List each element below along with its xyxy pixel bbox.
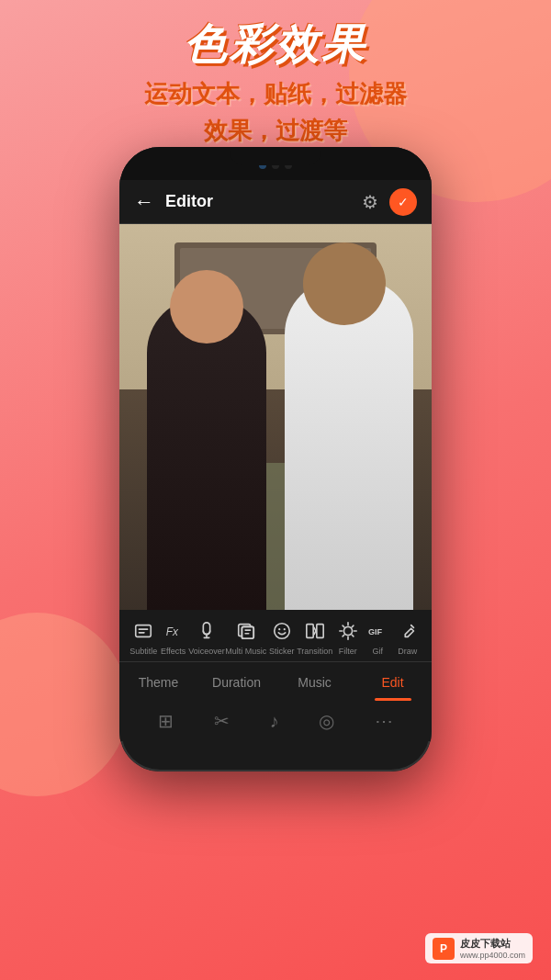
voiceover-label: Voiceover xyxy=(188,647,225,656)
watermark-site-name: 皮皮下载站 xyxy=(460,937,525,951)
phone-mockup: ← Editor ⚙ ✓ xyxy=(119,147,432,772)
nav-scissors-icon[interactable]: ✂ xyxy=(214,710,230,732)
subtitle-icon xyxy=(131,619,155,643)
svg-text:GIF: GIF xyxy=(368,627,383,636)
confirm-button[interactable]: ✓ xyxy=(389,188,417,216)
multimusic-icon xyxy=(234,619,258,643)
sticker-icon xyxy=(270,619,294,643)
nav-home-icon[interactable]: ⊞ xyxy=(158,710,174,732)
photo-area xyxy=(119,224,432,610)
sticker-label: Sticker xyxy=(269,647,295,656)
voiceover-icon xyxy=(195,619,219,643)
watermark-logo: P xyxy=(433,938,455,960)
tab-theme[interactable]: Theme xyxy=(119,671,197,693)
toolbar-item-draw[interactable]: Draw xyxy=(393,619,422,656)
svg-rect-14 xyxy=(307,625,313,638)
svg-line-20 xyxy=(410,625,413,628)
gif-label: Gif xyxy=(372,647,383,656)
main-title: 色彩效果 xyxy=(0,17,551,73)
svg-line-17 xyxy=(314,631,316,635)
toolbar-item-transition[interactable]: Transition xyxy=(297,619,332,656)
back-button[interactable]: ← xyxy=(134,190,154,214)
subtitle-line2: 效果，过渡等 xyxy=(0,114,551,147)
subtitle-label: Subtitle xyxy=(129,647,157,656)
svg-rect-7 xyxy=(242,626,253,638)
subtitle-line1: 运动文本，贴纸，过滤器 xyxy=(0,77,551,110)
toolbar-item-filter[interactable]: Filter xyxy=(333,619,363,656)
nav-more-icon[interactable]: ⋯ xyxy=(375,710,393,732)
person-right xyxy=(285,279,413,610)
toolbar-item-subtitle[interactable]: Subtitle xyxy=(129,619,158,656)
svg-text:Fx: Fx xyxy=(165,625,178,638)
nav-sticker-nav-icon[interactable]: ◎ xyxy=(319,710,334,732)
transition-icon xyxy=(303,619,327,643)
multimusic-label: Multi Music xyxy=(225,647,266,656)
watermark-url: www.pp4000.com xyxy=(460,951,525,960)
person-left xyxy=(147,298,266,610)
svg-point-13 xyxy=(283,628,285,630)
svg-point-12 xyxy=(278,628,280,630)
bg-blob-2 xyxy=(0,613,129,796)
settings-icon[interactable]: ⚙ xyxy=(362,191,378,213)
svg-rect-0 xyxy=(136,625,152,637)
toolbar-item-multimusic[interactable]: Multi Music xyxy=(225,619,266,656)
transition-label: Transition xyxy=(297,647,332,656)
toolbar-item-gif[interactable]: GIF Gif xyxy=(363,619,392,656)
watermark: P 皮皮下载站 www.pp4000.com xyxy=(425,933,533,963)
app-header: ← Editor ⚙ ✓ xyxy=(119,180,432,224)
editor-title: Editor xyxy=(165,192,351,211)
phone-notch xyxy=(230,147,321,165)
effects-icon: Fx xyxy=(162,619,186,643)
toolbar-icons-row: Subtitle Fx Effects xyxy=(125,619,426,656)
phone-frame: ← Editor ⚙ ✓ xyxy=(119,147,432,772)
tab-duration[interactable]: Duration xyxy=(197,671,276,693)
toolbar-item-sticker[interactable]: Sticker xyxy=(267,619,297,656)
status-bar xyxy=(119,147,432,180)
filter-label: Filter xyxy=(339,647,357,656)
filter-icon xyxy=(336,619,360,643)
bottom-toolbar: Subtitle Fx Effects xyxy=(119,610,432,661)
bottom-nav: ⊞ ✂ ♪ ◎ ⋯ xyxy=(119,701,432,741)
watermark-text-area: 皮皮下载站 www.pp4000.com xyxy=(460,937,525,960)
effects-label: Effects xyxy=(161,647,186,656)
tab-bar: Theme Duration Music Edit xyxy=(119,661,432,701)
svg-point-11 xyxy=(274,624,289,639)
top-text-area: 色彩效果 运动文本，贴纸，过滤器 效果，过渡等 xyxy=(0,17,551,148)
toolbar-item-voiceover[interactable]: Voiceover xyxy=(188,619,225,656)
tab-music[interactable]: Music xyxy=(276,671,354,693)
svg-rect-15 xyxy=(317,625,323,638)
draw-icon xyxy=(396,619,420,643)
gif-icon: GIF xyxy=(365,619,389,643)
draw-label: Draw xyxy=(398,647,417,656)
nav-mic-icon[interactable]: ♪ xyxy=(269,711,278,732)
toolbar-item-effects[interactable]: Fx Effects xyxy=(159,619,188,656)
svg-point-18 xyxy=(343,626,352,635)
tab-edit[interactable]: Edit xyxy=(354,671,432,693)
